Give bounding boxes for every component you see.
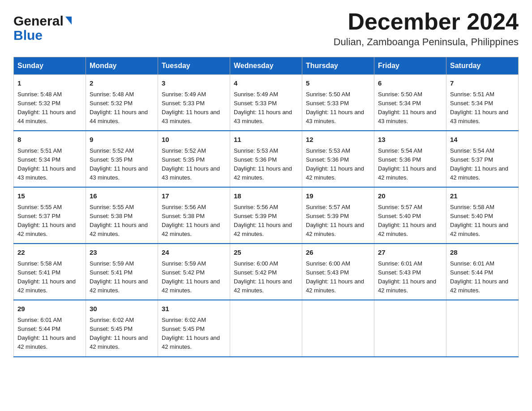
sunset-label: Sunset: 5:35 PM	[162, 156, 205, 163]
day-number: 18	[234, 191, 298, 201]
day-info: Sunrise: 5:57 AM Sunset: 5:39 PM Dayligh…	[306, 203, 370, 239]
day-info: Sunrise: 6:00 AM Sunset: 5:43 PM Dayligh…	[306, 259, 370, 295]
day-info: Sunrise: 5:59 AM Sunset: 5:42 PM Dayligh…	[162, 259, 226, 295]
daylight-label: Daylight: 11 hours and 44 minutes.	[17, 109, 76, 124]
daylight-label: Daylight: 11 hours and 42 minutes.	[234, 165, 292, 181]
daylight-label: Daylight: 11 hours and 42 minutes.	[306, 222, 364, 237]
sunset-label: Sunset: 5:40 PM	[450, 213, 493, 219]
calendar-cell: 25 Sunrise: 6:00 AM Sunset: 5:42 PM Dayl…	[230, 244, 302, 300]
month-title: December 2024	[334, 9, 519, 34]
sunset-label: Sunset: 5:35 PM	[90, 156, 133, 163]
sunrise-label: Sunrise: 5:59 AM	[90, 260, 134, 267]
week-row-3: 15 Sunrise: 5:55 AM Sunset: 5:37 PM Dayl…	[14, 187, 519, 244]
sunrise-label: Sunrise: 5:54 AM	[450, 147, 494, 154]
calendar-cell: 20 Sunrise: 5:57 AM Sunset: 5:40 PM Dayl…	[374, 187, 446, 244]
calendar-cell: 24 Sunrise: 5:59 AM Sunset: 5:42 PM Dayl…	[158, 244, 230, 300]
day-number: 23	[90, 248, 154, 258]
sunrise-label: Sunrise: 5:51 AM	[450, 91, 494, 98]
day-info: Sunrise: 5:56 AM Sunset: 5:38 PM Dayligh…	[162, 203, 226, 239]
day-number: 20	[378, 191, 442, 201]
calendar-cell: 27 Sunrise: 6:01 AM Sunset: 5:43 PM Dayl…	[374, 244, 446, 300]
daylight-label: Daylight: 11 hours and 42 minutes.	[90, 334, 148, 350]
calendar-cell: 2 Sunrise: 5:48 AM Sunset: 5:32 PM Dayli…	[86, 75, 158, 131]
day-number: 17	[162, 191, 226, 201]
day-info: Sunrise: 5:52 AM Sunset: 5:35 PM Dayligh…	[90, 146, 154, 183]
calendar-cell: 17 Sunrise: 5:56 AM Sunset: 5:38 PM Dayl…	[158, 187, 230, 244]
sunrise-label: Sunrise: 5:55 AM	[90, 204, 134, 210]
day-info: Sunrise: 5:56 AM Sunset: 5:39 PM Dayligh…	[234, 203, 298, 239]
daylight-label: Daylight: 11 hours and 42 minutes.	[234, 278, 292, 294]
calendar-cell: 6 Sunrise: 5:50 AM Sunset: 5:34 PM Dayli…	[374, 75, 446, 131]
daylight-label: Daylight: 11 hours and 43 minutes.	[162, 109, 220, 124]
daylight-label: Daylight: 11 hours and 42 minutes.	[234, 222, 292, 237]
daylight-label: Daylight: 11 hours and 42 minutes.	[90, 222, 148, 237]
sunrise-label: Sunrise: 5:52 AM	[162, 147, 206, 154]
day-info: Sunrise: 5:48 AM Sunset: 5:32 PM Dayligh…	[90, 90, 154, 126]
calendar-cell: 30 Sunrise: 6:02 AM Sunset: 5:45 PM Dayl…	[86, 300, 158, 356]
sunset-label: Sunset: 5:43 PM	[306, 269, 349, 276]
day-info: Sunrise: 6:01 AM Sunset: 5:44 PM Dayligh…	[17, 316, 82, 352]
day-number: 4	[234, 78, 298, 89]
sunset-label: Sunset: 5:34 PM	[378, 100, 421, 107]
sunset-label: Sunset: 5:34 PM	[17, 156, 60, 163]
day-number: 14	[450, 135, 515, 145]
daylight-label: Daylight: 11 hours and 43 minutes.	[234, 109, 292, 124]
calendar-cell	[446, 300, 519, 356]
sunrise-label: Sunrise: 6:00 AM	[234, 260, 278, 267]
calendar-cell: 14 Sunrise: 5:54 AM Sunset: 5:37 PM Dayl…	[446, 131, 519, 187]
day-number: 19	[306, 191, 370, 201]
sunset-label: Sunset: 5:44 PM	[450, 269, 493, 276]
sunset-label: Sunset: 5:45 PM	[90, 325, 133, 332]
daylight-label: Daylight: 11 hours and 43 minutes.	[306, 109, 364, 124]
daylight-label: Daylight: 11 hours and 42 minutes.	[450, 222, 508, 237]
sunrise-label: Sunrise: 5:54 AM	[378, 147, 422, 154]
day-info: Sunrise: 6:02 AM Sunset: 5:45 PM Dayligh…	[90, 316, 154, 352]
day-number: 29	[17, 304, 82, 314]
sunset-label: Sunset: 5:39 PM	[234, 213, 277, 219]
daylight-label: Daylight: 11 hours and 42 minutes.	[378, 165, 436, 181]
calendar-cell: 8 Sunrise: 5:51 AM Sunset: 5:34 PM Dayli…	[14, 131, 86, 187]
sunset-label: Sunset: 5:37 PM	[450, 156, 493, 163]
sunrise-label: Sunrise: 6:02 AM	[162, 317, 206, 323]
day-number: 3	[162, 78, 226, 89]
day-number: 7	[450, 78, 515, 89]
day-info: Sunrise: 5:57 AM Sunset: 5:40 PM Dayligh…	[378, 203, 442, 239]
daylight-label: Daylight: 11 hours and 42 minutes.	[90, 278, 148, 294]
day-info: Sunrise: 5:58 AM Sunset: 5:41 PM Dayligh…	[17, 259, 82, 295]
daylight-label: Daylight: 11 hours and 42 minutes.	[450, 165, 508, 181]
col-header-thursday: Thursday	[302, 57, 374, 75]
day-number: 24	[162, 248, 226, 258]
day-number: 10	[162, 135, 226, 145]
day-number: 16	[90, 191, 154, 201]
day-number: 13	[378, 135, 442, 145]
sunrise-label: Sunrise: 6:00 AM	[306, 260, 350, 267]
sunrise-label: Sunrise: 6:01 AM	[378, 260, 422, 267]
sunset-label: Sunset: 5:45 PM	[162, 325, 205, 332]
col-header-monday: Monday	[86, 57, 158, 75]
sunset-label: Sunset: 5:32 PM	[90, 100, 133, 107]
day-info: Sunrise: 5:53 AM Sunset: 5:36 PM Dayligh…	[234, 146, 298, 183]
daylight-label: Daylight: 11 hours and 42 minutes.	[306, 165, 364, 181]
daylight-label: Daylight: 11 hours and 42 minutes.	[378, 222, 436, 237]
daylight-label: Daylight: 11 hours and 42 minutes.	[162, 334, 220, 350]
sunrise-label: Sunrise: 5:50 AM	[378, 91, 422, 98]
daylight-label: Daylight: 11 hours and 43 minutes.	[17, 165, 76, 181]
col-header-saturday: Saturday	[446, 57, 519, 75]
calendar-cell: 3 Sunrise: 5:49 AM Sunset: 5:33 PM Dayli…	[158, 75, 230, 131]
daylight-label: Daylight: 11 hours and 42 minutes.	[378, 278, 436, 294]
sunrise-label: Sunrise: 5:48 AM	[90, 91, 134, 98]
week-row-5: 29 Sunrise: 6:01 AM Sunset: 5:44 PM Dayl…	[14, 300, 519, 356]
calendar-cell: 16 Sunrise: 5:55 AM Sunset: 5:38 PM Dayl…	[86, 187, 158, 244]
day-number: 21	[450, 191, 515, 201]
day-number: 9	[90, 135, 154, 145]
day-info: Sunrise: 6:00 AM Sunset: 5:42 PM Dayligh…	[234, 259, 298, 295]
sunrise-label: Sunrise: 5:59 AM	[162, 260, 206, 267]
day-info: Sunrise: 5:58 AM Sunset: 5:40 PM Dayligh…	[450, 203, 515, 239]
daylight-label: Daylight: 11 hours and 42 minutes.	[306, 278, 364, 294]
sunset-label: Sunset: 5:40 PM	[378, 213, 421, 219]
day-info: Sunrise: 5:51 AM Sunset: 5:34 PM Dayligh…	[17, 146, 82, 183]
sunset-label: Sunset: 5:33 PM	[162, 100, 205, 107]
sunset-label: Sunset: 5:37 PM	[17, 213, 60, 219]
sunset-label: Sunset: 5:36 PM	[378, 156, 421, 163]
sunrise-label: Sunrise: 5:51 AM	[17, 147, 62, 154]
